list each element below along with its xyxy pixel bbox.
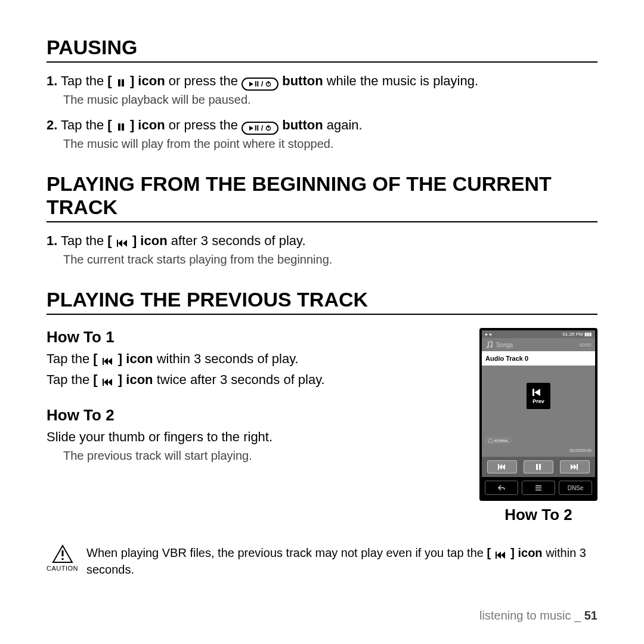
- previous-icon-label: [ ] icon: [107, 233, 167, 248]
- caution-icon: [52, 544, 73, 564]
- text: button: [282, 73, 323, 88]
- previous-icon-label: [ ] icon: [487, 546, 542, 559]
- text: twice after 3 seconds of play.: [157, 372, 325, 387]
- heading-beginning: PLAYING FROM THE BEGINNING OF THE CURREN…: [47, 172, 597, 222]
- svg-rect-31: [535, 490, 541, 491]
- howto-2-heading: How To 2: [47, 406, 465, 425]
- howto1-line1: Tap the [ ] icon within 3 seconds of pla…: [47, 349, 465, 369]
- svg-rect-33: [61, 550, 63, 556]
- text: after 3 seconds of play.: [171, 233, 306, 248]
- svg-marker-17: [104, 379, 108, 386]
- svg-marker-26: [571, 464, 574, 470]
- skip-next-icon: [571, 464, 579, 470]
- device-pause-button[interactable]: [524, 460, 553, 473]
- svg-marker-37: [501, 552, 505, 559]
- svg-marker-23: [502, 464, 505, 470]
- text: again.: [327, 117, 363, 132]
- music-note-icon: [485, 340, 494, 349]
- pause-icon: [117, 79, 125, 87]
- svg-rect-35: [496, 552, 497, 559]
- page-footer: listening to music _ 51: [479, 609, 597, 623]
- prev-label: Prev: [532, 398, 544, 404]
- device-menu-button[interactable]: [522, 481, 555, 495]
- device-screenshot: ▸ ◂ 01:25 PM ▮▮▮ Songs 52/52 Audio Track…: [479, 328, 597, 501]
- pause-icon: [535, 464, 541, 470]
- svg-rect-28: [577, 464, 578, 470]
- caution-text: When playing VBR files, the previous tra…: [86, 544, 597, 578]
- page-number: 51: [584, 609, 597, 622]
- svg-rect-21: [498, 464, 499, 470]
- step-number: 1.: [47, 73, 57, 88]
- device-prev-indicator: Prev: [527, 383, 550, 409]
- text: while the music is playing.: [327, 73, 478, 88]
- signal-icon: ▸ ◂: [485, 332, 491, 337]
- svg-marker-12: [123, 240, 127, 247]
- device-bottom-bar: DNSe: [482, 477, 595, 499]
- svg-marker-36: [497, 552, 501, 559]
- device-next-button[interactable]: [560, 460, 590, 473]
- device-sound-mode: ◯ NORMAL: [485, 438, 512, 443]
- skip-previous-icon: [532, 388, 544, 397]
- text: Tap the: [61, 117, 107, 132]
- menu-icon: [535, 484, 542, 491]
- footer-section: listening to music _: [479, 609, 584, 622]
- device-playback-controls: [482, 457, 595, 477]
- step-number: 1.: [47, 233, 57, 248]
- device-back-button[interactable]: [485, 481, 518, 495]
- device-elapsed: 00:00/05:09: [569, 448, 592, 453]
- svg-marker-14: [104, 358, 108, 365]
- skip-previous-icon: [103, 358, 113, 365]
- device-header: Songs 52/52: [482, 338, 595, 351]
- play-power-button-icon: II /: [242, 78, 278, 91]
- svg-rect-6: [122, 123, 124, 131]
- skip-previous-icon: [498, 464, 506, 470]
- caution-block: CAUTION When playing VBR files, the prev…: [47, 544, 597, 578]
- text: Tap the: [61, 73, 107, 88]
- howto2-caption: How To 2: [479, 506, 597, 524]
- pausing-step-1: 1. Tap the [ ] icon or press the II / bu…: [47, 71, 597, 91]
- svg-rect-10: [117, 240, 118, 247]
- previous-icon-label: [ ] icon: [93, 351, 153, 366]
- svg-rect-25: [539, 464, 541, 470]
- svg-rect-5: [118, 123, 120, 131]
- svg-rect-1: [122, 79, 124, 86]
- text: button: [282, 117, 323, 132]
- svg-marker-27: [574, 464, 577, 470]
- svg-marker-18: [108, 379, 112, 386]
- pausing-step-2-sub: The music will play from the point where…: [63, 137, 597, 151]
- svg-rect-24: [536, 464, 538, 470]
- pausing-step-2: 2. Tap the [ ] icon or press the II / bu…: [47, 115, 597, 135]
- pause-icon-label: [ ] icon: [107, 117, 165, 132]
- device-header-text: Songs: [496, 342, 513, 348]
- pause-icon: [117, 123, 125, 131]
- howto-1-heading: How To 1: [47, 328, 465, 346]
- play-power-button-icon: II /: [242, 122, 278, 135]
- svg-marker-22: [499, 464, 502, 470]
- text: within 3 seconds of play.: [157, 351, 299, 366]
- howto2-sub: The previous track will start playing.: [63, 449, 465, 463]
- heading-pausing: PAUSING: [47, 36, 597, 63]
- text: or press the: [169, 117, 242, 132]
- svg-marker-7: [249, 126, 253, 131]
- caution-label: CAUTION: [47, 565, 78, 572]
- device-dnse-button[interactable]: DNSe: [559, 481, 592, 495]
- svg-marker-2: [249, 82, 253, 86]
- svg-marker-15: [108, 358, 112, 365]
- back-icon: [497, 484, 506, 491]
- svg-rect-0: [118, 79, 120, 86]
- howto2-line1: Slide your thumb or fingers to the right…: [47, 427, 465, 447]
- device-track-count: 52/52: [580, 342, 592, 348]
- svg-rect-13: [103, 358, 104, 365]
- skip-previous-icon: [103, 379, 113, 386]
- svg-marker-11: [118, 240, 122, 247]
- pause-icon-label: [ ] icon: [107, 73, 165, 88]
- text: Tap the: [61, 233, 107, 248]
- svg-rect-16: [103, 379, 104, 386]
- previous-icon-label: [ ] icon: [93, 372, 153, 387]
- device-track-title: Audio Track 0: [482, 351, 595, 366]
- device-prev-button[interactable]: [487, 460, 517, 473]
- device-time: 01:25 PM: [563, 332, 583, 337]
- howto1-line2: Tap the [ ] icon twice after 3 seconds o…: [47, 370, 465, 389]
- text: or press the: [169, 73, 242, 88]
- beginning-step-1: 1. Tap the [ ] icon after 3 seconds of p…: [47, 231, 597, 250]
